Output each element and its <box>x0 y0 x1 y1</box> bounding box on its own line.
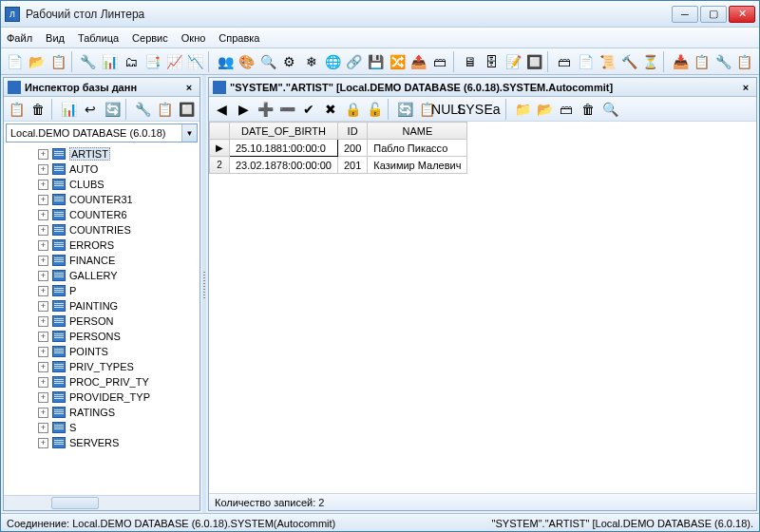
toolbar-button-18[interactable]: 📤 <box>408 51 429 72</box>
expand-icon[interactable]: + <box>38 256 48 266</box>
toolbar-button-22[interactable]: 📝 <box>503 51 523 72</box>
expand-icon[interactable]: + <box>38 377 48 388</box>
menu-вид[interactable]: Вид <box>46 32 65 44</box>
tree-item-ratings[interactable]: +RATINGS <box>6 405 198 420</box>
close-button[interactable]: ✕ <box>729 6 755 23</box>
tree-item-counter31[interactable]: +COUNTER31 <box>6 192 198 207</box>
expand-icon[interactable]: + <box>38 180 48 190</box>
toolbar-button-0[interactable]: 📋 <box>6 99 27 120</box>
cell[interactable]: Казимир Малевич <box>368 157 467 174</box>
toolbar-button-31[interactable]: 🔧 <box>713 51 734 72</box>
toolbar-button-7[interactable]: 📈 <box>163 51 184 72</box>
expand-icon[interactable]: + <box>38 210 48 220</box>
cell[interactable]: 25.10.1881:00:00:0 <box>230 140 338 157</box>
tree-item-clubs[interactable]: +CLUBS <box>6 177 198 192</box>
tree-item-counter6[interactable]: +COUNTER6 <box>6 207 198 222</box>
expand-icon[interactable]: + <box>38 423 48 433</box>
toolbar-button-1[interactable]: ▶ <box>233 99 254 120</box>
toolbar-button-9[interactable]: 👥 <box>215 51 236 72</box>
toolbar-button-25[interactable]: 📄 <box>576 51 597 72</box>
toolbar-button-2[interactable]: 📋 <box>48 51 68 72</box>
table-row[interactable]: 223.02.1878:00:00:00201Казимир Малевич <box>210 157 467 174</box>
cell[interactable]: Пабло Пикассо <box>368 140 467 157</box>
minimize-button[interactable]: ─ <box>672 6 698 23</box>
toolbar-button-8[interactable]: 🔄 <box>394 99 415 120</box>
toolbar-button-5[interactable]: 🗂 <box>121 51 142 72</box>
tree-item-painting[interactable]: +PAINTING <box>6 298 198 314</box>
tree-item-countries[interactable]: +COUNTRIES <box>6 222 198 238</box>
scrollbar-thumb[interactable] <box>51 497 99 509</box>
toolbar-button-29[interactable]: 📥 <box>670 51 691 72</box>
expand-icon[interactable]: + <box>38 362 48 372</box>
column-header-date_of_birth[interactable]: DATE_OF_BIRTH <box>230 123 338 140</box>
expand-icon[interactable]: + <box>38 286 48 296</box>
maximize-button[interactable]: ▢ <box>700 6 727 23</box>
expand-icon[interactable]: + <box>38 271 48 281</box>
toolbar-button-24[interactable]: 🗃 <box>554 51 575 72</box>
toolbar-button-3[interactable]: ➖ <box>276 99 297 120</box>
toolbar-button-17[interactable]: 🔀 <box>387 51 408 72</box>
toolbar-button-4[interactable]: 📊 <box>99 51 120 72</box>
toolbar-button-14[interactable]: 🌐 <box>322 51 343 72</box>
toolbar-button-2[interactable]: ➕ <box>255 99 276 120</box>
toolbar-button-1[interactable]: 📂 <box>27 51 48 72</box>
table-tree[interactable]: +ARTIST+AUTO+CLUBS+COUNTER31+COUNTER6+CO… <box>4 144 200 495</box>
tree-item-servers[interactable]: +SERVERS <box>6 435 198 450</box>
toolbar-button-6[interactable]: 🔒 <box>342 99 363 120</box>
tree-item-auto[interactable]: +AUTO <box>6 162 198 177</box>
toolbar-button-5[interactable]: ✖ <box>320 99 341 120</box>
toolbar-button-12[interactable]: ⚙ <box>279 51 300 72</box>
toolbar-button-17[interactable]: 🔍 <box>599 99 620 120</box>
expand-icon[interactable]: + <box>38 195 48 205</box>
toolbar-button-30[interactable]: 📋 <box>692 51 712 72</box>
toolbar-button-32[interactable]: 📋 <box>734 51 755 72</box>
toolbar-button-8[interactable]: 📉 <box>185 51 206 72</box>
toolbar-button-7[interactable]: 🔓 <box>364 99 385 120</box>
toolbar-button-21[interactable]: 🗄 <box>482 51 503 72</box>
editor-close-button[interactable]: × <box>739 82 752 93</box>
expand-icon[interactable]: + <box>38 438 48 448</box>
toolbar-button-10[interactable]: NULL <box>438 99 459 120</box>
tree-item-artist[interactable]: +ARTIST <box>6 146 198 162</box>
tree-item-persons[interactable]: +PERSONS <box>6 329 198 344</box>
toolbar-button-3[interactable]: 🔧 <box>78 51 99 72</box>
toolbar-button-0[interactable]: 📄 <box>5 51 26 72</box>
toolbar-button-15[interactable]: 🗃 <box>556 99 577 120</box>
tree-item-proc_priv_ty[interactable]: +PROC_PRIV_TY <box>6 374 198 390</box>
toolbar-button-4[interactable]: ✔ <box>298 99 319 120</box>
tree-item-person[interactable]: +PERSON <box>6 314 198 329</box>
cell[interactable]: 200 <box>337 140 367 157</box>
tree-item-gallery[interactable]: +GALLERY <box>6 268 198 283</box>
tree-item-priv_types[interactable]: +PRIV_TYPES <box>6 359 198 374</box>
tree-item-points[interactable]: +POINTS <box>6 344 198 359</box>
toolbar-button-1[interactable]: 🗑 <box>28 99 48 120</box>
cell[interactable]: 23.02.1878:00:00:00 <box>230 157 338 174</box>
expand-icon[interactable]: + <box>38 332 48 342</box>
expand-icon[interactable]: + <box>38 225 48 236</box>
column-header-id[interactable]: ID <box>337 123 367 140</box>
toolbar-button-11[interactable]: SYS <box>460 99 481 120</box>
toolbar-button-10[interactable]: 🎨 <box>237 51 257 72</box>
horizontal-scrollbar[interactable] <box>4 495 200 510</box>
cell[interactable]: 201 <box>337 157 367 174</box>
toolbar-button-16[interactable]: 💾 <box>366 51 387 72</box>
toolbar-button-28[interactable]: ⏳ <box>640 51 661 72</box>
tree-item-s[interactable]: +S <box>6 420 198 435</box>
expand-icon[interactable]: + <box>38 240 48 251</box>
menu-сервис[interactable]: Сервис <box>132 32 168 44</box>
toolbar-button-11[interactable]: 🔍 <box>258 51 279 72</box>
expand-icon[interactable]: + <box>38 149 48 160</box>
menu-справка[interactable]: Справка <box>218 32 259 44</box>
data-grid[interactable]: DATE_OF_BIRTHIDNAME▶25.10.1881:00:00:020… <box>209 122 467 174</box>
tree-item-provider_typ[interactable]: +PROVIDER_TYP <box>6 390 198 405</box>
tree-item-errors[interactable]: +ERRORS <box>6 238 198 253</box>
toolbar-button-7[interactable]: 🔲 <box>176 99 197 120</box>
table-row[interactable]: ▶25.10.1881:00:00:0200Пабло Пикассо <box>210 140 467 157</box>
toolbar-button-12[interactable]: Ea <box>482 99 503 120</box>
menu-таблица[interactable]: Таблица <box>78 32 119 44</box>
toolbar-button-27[interactable]: 🔨 <box>618 51 639 72</box>
toolbar-button-13[interactable]: ❄ <box>301 51 322 72</box>
toolbar-button-6[interactable]: 📋 <box>154 99 175 120</box>
expand-icon[interactable]: + <box>38 164 48 175</box>
toolbar-button-23[interactable]: 🔲 <box>524 51 545 72</box>
